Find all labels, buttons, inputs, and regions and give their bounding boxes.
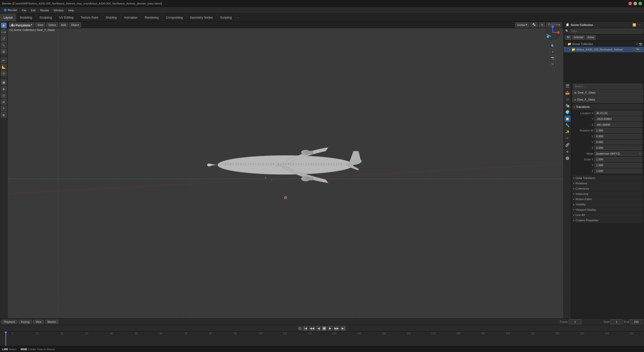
close-button[interactable] (628, 2, 632, 5)
outliner-opt-all[interactable]: All (565, 35, 571, 40)
props-physics-btn[interactable]: ⚛ (565, 135, 571, 141)
outliner-filter-btn[interactable]: 🔽 (632, 23, 636, 27)
tool-measure[interactable]: 📐 (1, 64, 7, 70)
props-output-btn[interactable]: 📤 (565, 90, 571, 96)
delta-transform-section[interactable]: ▸ Delta Transform (572, 175, 643, 181)
tab-geometry-nodes[interactable]: Geometry Nodes (186, 14, 217, 21)
tl-view-btn[interactable]: View (33, 320, 44, 324)
tl-step-back[interactable]: ◀◀ (309, 326, 315, 331)
vis-eye-airbus[interactable]: 👁 (633, 48, 636, 51)
props-search-input[interactable] (573, 84, 642, 89)
tl-marker-btn[interactable]: Marker (45, 320, 58, 324)
tab-shading[interactable]: Shading (102, 14, 120, 21)
snap-btn[interactable]: 🔩 (530, 22, 538, 27)
tool-rotate[interactable]: ↺ (1, 36, 7, 41)
tool-extra-6[interactable]: ⊕ (1, 112, 7, 118)
motion-paths-section[interactable]: ▸ Motion Paths (572, 197, 643, 202)
timeline-scrubber[interactable]: 0 10 20 30 40 50 60 70 80 90 100 110 120… (0, 332, 644, 346)
tool-scale[interactable]: ⤡ (1, 42, 7, 48)
vis-render[interactable]: 📷 (639, 42, 642, 46)
gizmo-z-dot[interactable] (551, 25, 554, 28)
tl-jump-start[interactable]: |◀ (303, 326, 308, 331)
outliner-opt-selected[interactable]: Selected (572, 35, 585, 40)
scale-y-field[interactable]: 1.000 (594, 163, 642, 167)
instancing-section[interactable]: ▸ Instancing (572, 191, 643, 196)
tl-keying-btn[interactable]: Keying (19, 320, 32, 324)
menu-blender[interactable]: 🔵 Blender (2, 8, 19, 12)
tab-rendering[interactable]: Rendering (141, 14, 162, 21)
tool-add[interactable]: ➕ (1, 71, 7, 76)
rotation-x-field[interactable]: 0.000 (594, 134, 642, 139)
viewport-3d[interactable]: ▣ Object Mode ▾ View Select Add Object G… (8, 22, 564, 318)
object-menu[interactable]: Object (69, 22, 81, 27)
tl-playback-btn[interactable]: Playback (2, 320, 17, 324)
rotation-y-field[interactable]: 0.000 (594, 140, 642, 144)
rotation-w-field[interactable]: 1.000 (594, 128, 642, 133)
current-frame-input[interactable] (569, 319, 581, 324)
tl-play-back[interactable]: ◀ (316, 326, 321, 331)
menu-edit[interactable]: Edit (29, 8, 38, 12)
props-render-btn[interactable]: 🎬 (565, 83, 571, 89)
tab-modeling[interactable]: Modeling (16, 14, 36, 21)
tl-stop[interactable]: ⏹ (322, 326, 326, 330)
maximize-button[interactable] (638, 2, 642, 5)
tool-cursor[interactable]: ✛ (1, 23, 7, 28)
visibility-section[interactable]: ▸ Visibility (572, 202, 643, 207)
transform-section-header[interactable]: ▾ Transform (572, 104, 643, 110)
tool-transform[interactable]: ⊞ (1, 49, 7, 54)
menu-file[interactable]: File (20, 8, 28, 12)
location-y-field[interactable]: -2620.83862 (594, 117, 642, 121)
tab-compositing[interactable]: Compositing (163, 14, 187, 21)
gizmo-y-dot[interactable] (547, 35, 549, 38)
transform-orientation[interactable]: Global ▾ (515, 22, 529, 27)
tool-annotate[interactable]: ✏ (1, 58, 7, 63)
gizmo-move[interactable]: ✛ (550, 49, 555, 55)
tab-sculpting[interactable]: Sculpting (36, 14, 56, 21)
tl-keyframe-dot[interactable] (298, 327, 302, 330)
props-object-btn[interactable]: ▣ (565, 116, 571, 122)
props-constraints-btn[interactable]: 🔗 (565, 142, 571, 148)
gizmo-frame[interactable]: ⊡ (550, 61, 555, 67)
scale-z-field[interactable]: 1.000 (594, 169, 642, 173)
props-particles-btn[interactable]: ✨ (565, 129, 571, 135)
scale-x-field[interactable]: 1.000 (594, 157, 642, 162)
gizmo-zoom[interactable]: 🔍 (550, 43, 555, 49)
location-z-field[interactable]: -661.60400 (594, 122, 642, 127)
tab-uv-editing[interactable]: UV Editing (56, 14, 77, 21)
menu-render[interactable]: Render (38, 8, 51, 12)
location-x-field[interactable]: 30.41131 (594, 111, 642, 115)
gizmo-camera[interactable]: 📷 (550, 55, 555, 61)
rotation-mode-dropdown[interactable]: Quaternion (WXYZ) ▾ (594, 151, 642, 156)
outliner-arrow-scene[interactable]: ▾ (565, 43, 567, 45)
props-data-btn[interactable]: ◈ (565, 148, 571, 154)
end-frame-input[interactable] (630, 319, 642, 324)
outliner-arrow-airbus[interactable]: ▸ (569, 48, 571, 51)
add-workspace-btn[interactable]: + (236, 14, 241, 21)
tab-scripting[interactable]: Scripting (217, 14, 236, 21)
props-modifier-btn[interactable]: 🔧 (565, 122, 571, 128)
custom-properties-section[interactable]: ▸ Custom Properties (572, 218, 643, 223)
outliner-opt-active[interactable]: Active (586, 35, 596, 40)
line-art-section[interactable]: ▸ Line Art (572, 212, 643, 217)
viewport-display-section[interactable]: ▸ Viewport Display (572, 207, 643, 212)
relations-section[interactable]: ▸ Relations (572, 181, 643, 186)
tl-step-fwd[interactable]: ▶▶ (334, 326, 339, 331)
viewport-gizmo[interactable] (544, 24, 561, 41)
rotation-z-field[interactable]: 0.000 (594, 146, 642, 150)
current-frame-indicator[interactable] (6, 332, 6, 346)
tool-extra-2[interactable]: ◈ (1, 86, 7, 92)
outliner-search-input[interactable] (570, 29, 642, 33)
tool-extra-3[interactable]: ⊙ (1, 93, 7, 98)
props-data-name-field[interactable]: ◈ Gear_F_Glass (572, 97, 643, 103)
tab-layout[interactable]: Layout (0, 14, 16, 21)
props-world-btn[interactable]: 🌍 (565, 109, 571, 115)
view-menu[interactable]: View (35, 22, 45, 27)
tl-play-fwd[interactable]: ▶ (327, 326, 333, 331)
gizmo-x-dot[interactable] (557, 31, 560, 34)
tab-animation[interactable]: Animation (120, 14, 141, 21)
props-view-layer-btn[interactable]: 🗂 (565, 96, 571, 102)
tl-jump-end[interactable]: ▶| (340, 326, 346, 331)
collections-section[interactable]: ▸ Collections (572, 186, 643, 191)
tab-texture-paint[interactable]: Texture Paint (77, 14, 102, 21)
mode-selector[interactable]: ▣ Object Mode ▾ (9, 22, 34, 27)
